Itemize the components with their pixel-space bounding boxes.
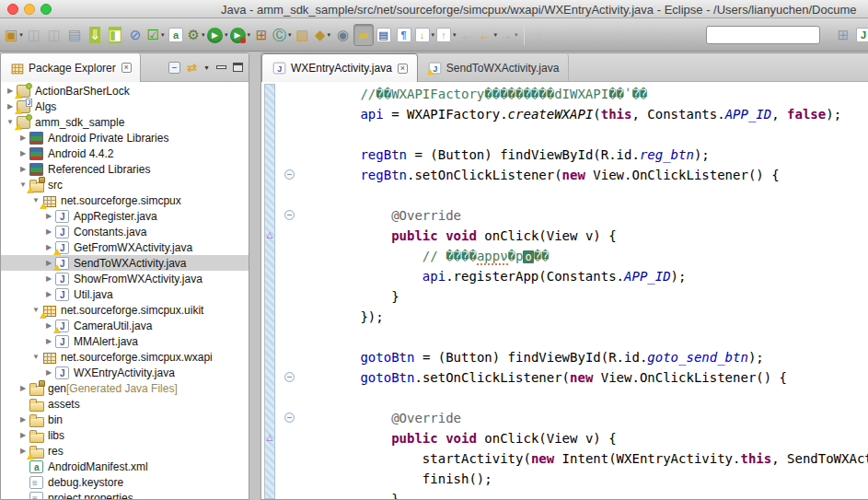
task-tag-button[interactable]: ◉ [333,24,353,46]
maximize-view-icon[interactable] [233,63,243,72]
code-line[interactable] [298,327,868,347]
disclosure-arrow-icon[interactable]: ▼ [30,353,41,361]
code-line[interactable]: regBtn.setOnClickListener(new View.OnCli… [298,165,868,185]
tree-item-sendtowxactivity-java[interactable]: ▶SendToWXActivity.java [1,255,249,271]
fold-collapse-icon[interactable] [284,169,295,180]
dropdown-arrow-icon[interactable]: ▾ [161,31,165,39]
close-window-button[interactable] [7,4,18,15]
code-line[interactable]: public void onClick(View v) { [298,428,868,448]
mark-occurrences-button[interactable]: ▰ [353,24,374,46]
back-button[interactable]: ←▾ [478,24,499,46]
open-perspective-button[interactable]: ⊞ [833,24,853,46]
tree-item-getfromwxactivity-java[interactable]: ▶GetFromWXActivity.java [1,239,249,255]
tree-item-camerautil-java[interactable]: ▶CameraUtil.java [1,318,249,333]
disclosure-arrow-icon[interactable]: ▶ [17,165,29,173]
open-resource-button[interactable]: ▨ [293,24,313,46]
disclosure-arrow-icon[interactable]: ▶ [43,290,54,298]
dropdown-arrow-icon[interactable]: ▾ [328,31,331,39]
dropdown-arrow-icon[interactable]: ▾ [432,31,435,39]
disclosure-arrow-icon[interactable]: ▶ [43,212,54,220]
tree-item-net-sourceforge-simcpux-wxapi[interactable]: ▼net.sourceforge.simcpux.wxapi [1,349,249,365]
view-menu-icon[interactable]: ▼ [203,64,210,71]
tree-item-referenced-libraries[interactable]: ▶Referenced Libraries [1,161,249,177]
dropdown-arrow-icon[interactable]: ▾ [453,31,457,39]
code-line[interactable]: }); [298,307,868,327]
zoom-window-button[interactable] [41,4,52,15]
code-line[interactable]: regBtn = (Button) findViewById(R.id.reg_… [298,145,868,165]
disclosure-arrow-icon[interactable]: ▶ [17,149,29,157]
tree-item-actionbarsherlock[interactable]: ▶ActionBarSherLock [1,83,249,99]
tree-item-assets[interactable]: assets [1,396,249,412]
android-test-button[interactable]: ☑▾ [145,24,166,46]
new-java-project-button[interactable]: ⊞ [251,24,272,46]
tree-item-mmalert-java[interactable]: ▶MMAlert.java [1,333,249,349]
tree-item-debug-keystore[interactable]: debug.keystore [1,474,249,490]
tree-item-android-4-4-2[interactable]: ▶Android 4.4.2 [1,145,249,161]
tree-item-project-properties[interactable]: project.properties [1,490,249,499]
minimize-window-button[interactable] [24,4,35,15]
lint-button[interactable]: ⊘ [125,24,145,46]
dropdown-arrow-icon[interactable]: ▾ [288,31,292,39]
tree-item-net-sourceforge-simcpux[interactable]: ▼net.sourceforge.simcpux [1,192,249,208]
tree-item-net-sourceforge-simcpux-uikit[interactable]: ▼net.sourceforge.simcpux.uikit [1,302,249,318]
dropdown-arrow-icon[interactable]: ▾ [494,31,498,39]
dropdown-arrow-icon[interactable]: ▾ [515,31,518,39]
show-source-button[interactable]: ▤ [374,24,394,46]
disclosure-arrow-icon[interactable]: ▶ [17,384,29,392]
code-line[interactable] [298,185,868,205]
disclosure-arrow-icon[interactable]: ▶ [43,227,54,236]
android-sdk-manager-button[interactable]: ⇓ [85,24,105,46]
tree-item-res[interactable]: ▶res [1,443,249,459]
tree-item-amm-sdk-sample[interactable]: ▼amm_sdk_sample [1,114,249,130]
disclosure-arrow-icon[interactable]: ▶ [17,431,29,439]
next-annotation-button[interactable]: ↓▾ [414,24,436,46]
new-class-button[interactable]: Ⓒ▾ [272,24,293,46]
code-line[interactable]: //��WXAPIFactory���������dIWXAPI��ʹ�� [298,84,868,104]
code-line[interactable] [298,124,868,145]
code-line[interactable]: api = WXAPIFactory.createWXAPI(this, Con… [298,104,868,124]
quick-access-input[interactable] [706,26,820,44]
code-line[interactable]: // ����appν�po�� [298,246,868,266]
editor-tab-wxentryactivity-java[interactable]: WXEntryActivity.java× [261,53,418,82]
dropdown-arrow-icon[interactable]: ▾ [248,31,251,39]
tree-item-wxentryactivity-java[interactable]: ▶WXEntryActivity.java [1,365,249,380]
search-button[interactable]: ◆▾ [313,24,333,46]
java-perspective-button[interactable]: J [853,24,868,46]
previous-annotation-button[interactable]: ↑▾ [435,24,457,46]
android-avd-manager-button[interactable]: ◨ [105,24,125,46]
code-line[interactable]: public void onClick(View v) { [298,226,868,246]
dropdown-arrow-icon[interactable]: ▾ [19,31,23,39]
fold-collapse-icon[interactable] [284,210,295,220]
panel-resize-sash[interactable] [249,52,260,500]
code-line[interactable]: finish(); [298,469,868,489]
tree-item-libs[interactable]: ▶libs [1,427,249,443]
editor-tab-sendtowxactivity-java[interactable]: SendToWXActivity.java [418,53,570,82]
code-line[interactable] [298,388,868,408]
disclosure-arrow-icon[interactable]: ▶ [43,337,54,345]
tree-item-android-private-libraries[interactable]: ▶Android Private Libraries [1,130,249,145]
tree-item-algs[interactable]: ▶Algs [1,99,249,114]
tree-item-androidmanifest-xml[interactable]: AndroidManifest.xml [1,459,249,474]
tree-item-appregister-java[interactable]: ▶AppRegister.java [1,208,249,224]
tree-item-bin[interactable]: ▶bin [1,412,249,427]
code-line[interactable]: } [298,489,868,499]
debug-button[interactable]: ⚙▾ [186,24,206,46]
collapse-all-icon[interactable]: − [168,62,180,74]
code-area[interactable]: //��WXAPIFactory���������dIWXAPI��ʹ�� ap… [298,84,868,499]
code-line[interactable]: gotoBtn.setOnClickListener(new View.OnCl… [298,367,868,388]
close-view-icon[interactable]: × [122,63,132,73]
new-wizard-button[interactable]: ▣▾ [4,24,24,46]
run-external-tools-button[interactable]: ▶▾ [229,24,252,46]
dropdown-arrow-icon[interactable]: ▾ [225,31,228,39]
code-line[interactable]: } [298,286,868,307]
code-line[interactable]: gotoBtn = (Button) findViewById(R.id.got… [298,347,868,367]
fold-collapse-icon[interactable] [284,372,295,382]
close-tab-icon[interactable]: × [398,64,408,74]
minimize-view-icon[interactable] [216,65,226,69]
tab-package-explorer[interactable]: Package Explorer × [1,53,141,82]
dropdown-arrow-icon[interactable]: ▾ [202,31,205,39]
tree-item-showfromwxactivity-java[interactable]: ▶ShowFromWXActivity.java [1,271,249,286]
tree-item-src[interactable]: ▼src [1,177,249,192]
code-line[interactable]: startActivity(new Intent(WXEntryActivity… [298,448,868,469]
show-whitespace-button[interactable]: ¶ [394,24,414,46]
